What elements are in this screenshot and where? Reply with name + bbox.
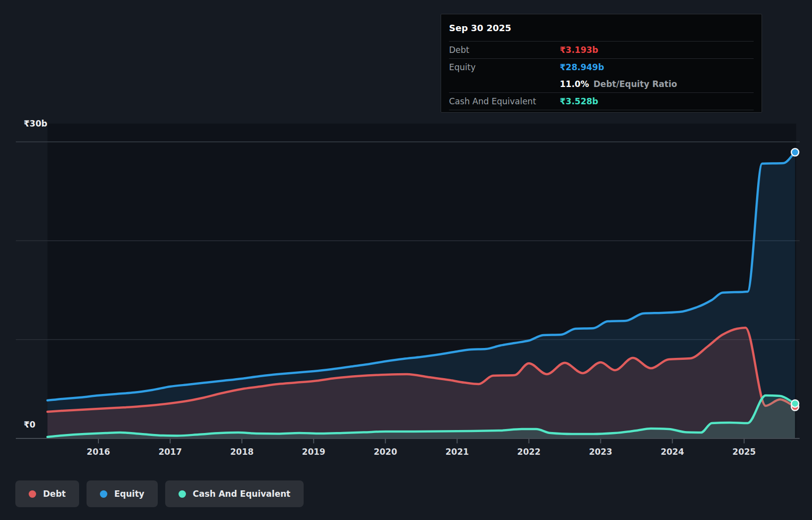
tooltip-ratio-label: Debt/Equity Ratio [593,79,677,89]
legend-equity-label: Equity [114,489,144,499]
tooltip-debt-value: ₹3.193b [560,45,598,55]
x-axis: 2016201720182019202020212022202320242025 [0,447,812,459]
equity-series-dot-icon [100,490,107,498]
tooltip-cash-value: ₹3.528b [560,96,598,106]
x-axis-label-2024: 2024 [661,447,684,457]
tooltip-debt-label: Debt [449,45,560,55]
legend-button-equity[interactable]: Equity [87,480,158,507]
tooltip-date: Sep 30 2025 [449,14,754,42]
legend: Debt Equity Cash And Equivalent [15,480,304,507]
x-axis-label-2019: 2019 [302,447,325,457]
legend-button-debt[interactable]: Debt [15,480,79,507]
tooltip-equity-label: Equity [449,62,560,72]
debt-series-dot-icon [29,490,36,498]
tooltip-row-cash: Cash And Equivalent ₹3.528b [449,93,754,110]
x-axis-label-2021: 2021 [446,447,469,457]
y-axis-label-30b: ₹30b [24,119,47,129]
y-axis-label-0: ₹0 [24,420,36,430]
x-axis-label-2022: 2022 [517,447,541,457]
chart-tooltip: Sep 30 2025 Debt ₹3.193b Equity ₹28.949b… [441,14,762,113]
x-axis-label-2020: 2020 [374,447,397,457]
x-axis-ticks [98,439,744,443]
tooltip-row-debt: Debt ₹3.193b [449,42,754,59]
x-axis-label-2016: 2016 [87,447,110,457]
cash-series-dot-icon [179,490,186,498]
tooltip-cash-label: Cash And Equivalent [449,96,560,106]
gridlines [16,142,800,340]
x-axis-label-2025: 2025 [732,447,756,457]
tooltip-equity-value: ₹28.949b [560,62,604,72]
legend-button-cash[interactable]: Cash And Equivalent [165,480,304,507]
x-axis-label-2018: 2018 [230,447,253,457]
tooltip-row-equity: Equity ₹28.949b [449,59,754,76]
tooltip-row-ratio: 11.0% Debt/Equity Ratio [449,76,754,93]
cash-endpoint-marker [791,400,799,407]
legend-debt-label: Debt [43,489,66,499]
x-axis-label-2023: 2023 [589,447,612,457]
tooltip-ratio-value: 11.0% [560,79,589,89]
x-axis-label-2017: 2017 [158,447,181,457]
legend-cash-label: Cash And Equivalent [193,489,290,499]
page: { "tooltip": { "date": "Sep 30 2025", "d… [0,0,812,520]
equity-endpoint-marker [791,149,799,156]
